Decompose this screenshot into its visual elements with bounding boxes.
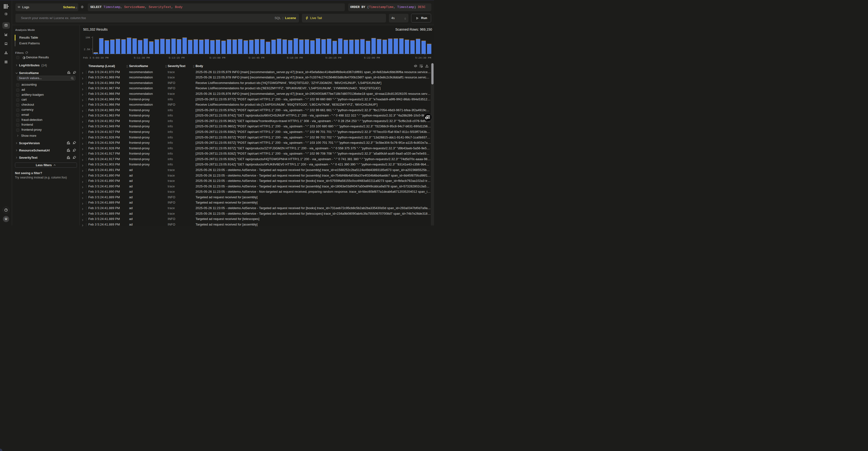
- svg-text:5:11:30 PM: 5:11:30 PM: [134, 56, 150, 59]
- svg-text:Feb 3 5:09:30 PM: Feb 3 5:09:30 PM: [83, 56, 109, 59]
- svg-text:5:20:15 PM: 5:20:15 PM: [325, 56, 341, 59]
- svg-text:2.5K: 2.5K: [84, 48, 90, 51]
- svg-text:5:24:30 PM: 5:24:30 PM: [415, 56, 431, 59]
- svg-text:5:16:45 PM: 5:16:45 PM: [248, 56, 264, 59]
- svg-text:5:13:15 PM: 5:13:15 PM: [168, 56, 184, 59]
- svg-text:10K: 10K: [85, 36, 90, 39]
- svg-text:5:22:00 PM: 5:22:00 PM: [364, 56, 380, 59]
- svg-text:5:15:00 PM: 5:15:00 PM: [209, 56, 225, 59]
- svg-text:5:18:30 PM: 5:18:30 PM: [287, 56, 303, 59]
